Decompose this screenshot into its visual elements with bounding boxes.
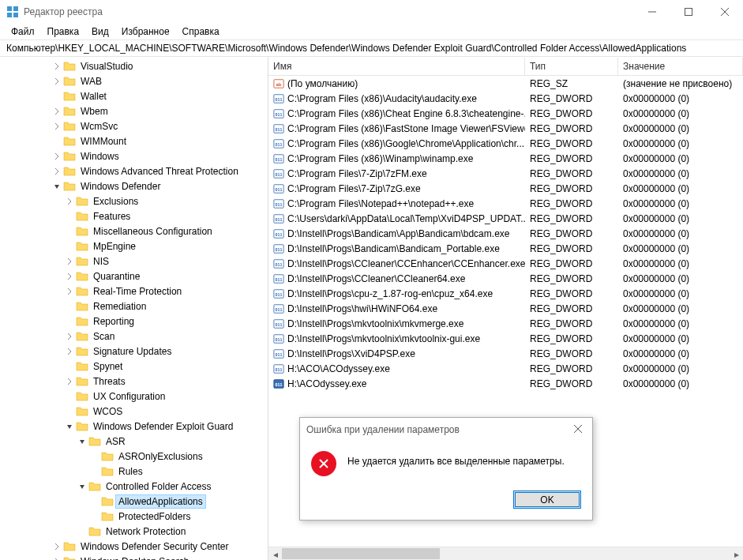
- tree-item[interactable]: VisualStudio: [0, 58, 268, 73]
- expand-icon[interactable]: [63, 273, 76, 280]
- expand-icon[interactable]: [63, 348, 76, 355]
- list-row[interactable]: ab(По умолчанию)REG_SZ(значение не присв…: [268, 76, 743, 91]
- menu-edit[interactable]: Правка: [41, 24, 86, 39]
- tree-item[interactable]: Windows: [0, 148, 268, 163]
- tree-item-label: WIMMount: [78, 135, 129, 148]
- scroll-right-arrow-icon[interactable]: ▸: [730, 547, 743, 560]
- column-type[interactable]: Тип: [525, 58, 618, 75]
- minimize-button[interactable]: [634, 0, 670, 24]
- tree-item[interactable]: WIMMount: [0, 133, 268, 148]
- tree-item[interactable]: Remediation: [0, 299, 268, 314]
- expand-icon[interactable]: [63, 378, 76, 385]
- collapse-icon[interactable]: [63, 423, 76, 430]
- tree-item[interactable]: Windows Desktop Search: [0, 554, 268, 560]
- list-row[interactable]: 011D:\Instell\Progs\CCleaner\CCEnhancer\…: [268, 256, 743, 271]
- scroll-left-arrow-icon[interactable]: ◂: [268, 547, 282, 560]
- horizontal-scrollbar[interactable]: ◂ ▸: [268, 547, 743, 560]
- expand-icon[interactable]: [51, 63, 63, 70]
- expand-icon[interactable]: [51, 123, 63, 130]
- list-row[interactable]: 011C:\Program Files\7-Zip\7zG.exeREG_DWO…: [268, 181, 743, 196]
- list-row[interactable]: 011C:\Program Files (x86)\Winamp\winamp.…: [268, 151, 743, 166]
- expand-icon[interactable]: [51, 168, 63, 175]
- tree-item[interactable]: ASR: [0, 434, 268, 449]
- list-row[interactable]: 011C:\Users\darki\AppData\Local\Temp\Xvi…: [268, 211, 743, 226]
- column-value[interactable]: Значение: [618, 58, 743, 75]
- tree-item[interactable]: ProtectedFolders: [0, 509, 268, 524]
- tree-item[interactable]: UX Configuration: [0, 389, 268, 404]
- tree-item[interactable]: Windows Defender Security Center: [0, 539, 268, 554]
- list-row[interactable]: 011C:\Program Files (x86)\FastStone Imag…: [268, 121, 743, 136]
- expand-icon[interactable]: [51, 153, 63, 160]
- tree-item[interactable]: Exclusions: [0, 194, 268, 209]
- svg-text:011: 011: [276, 336, 283, 341]
- tree-item[interactable]: AllowedApplications: [0, 494, 268, 509]
- tree-item-label: Wallet: [78, 90, 109, 103]
- tree-pane[interactable]: VisualStudioWABWalletWbemWcmSvcWIMMountW…: [0, 57, 268, 560]
- list-row[interactable]: 011C:\Program Files\Notepad++\notepad++.…: [268, 196, 743, 211]
- expand-icon[interactable]: [63, 198, 76, 205]
- folder-icon: [76, 345, 88, 358]
- list-row[interactable]: 011D:\Instell\Progs\mkvtoolnix\mkvtoolni…: [268, 331, 743, 346]
- tree-item[interactable]: Threats: [0, 374, 268, 389]
- list-row[interactable]: 011H:\ACOdyssey.exeREG_DWORD0x00000000 (…: [268, 376, 743, 391]
- menu-help[interactable]: Справка: [176, 24, 226, 39]
- tree-item[interactable]: Features: [0, 209, 268, 224]
- list-row[interactable]: 011C:\Program Files (x86)\Cheat Engine 6…: [268, 106, 743, 121]
- tree-item[interactable]: Network Protection: [0, 524, 268, 539]
- tree-item[interactable]: ASROnlyExclusions: [0, 449, 268, 464]
- reg-dword-icon: 011: [273, 288, 284, 299]
- tree-item[interactable]: Windows Defender: [0, 179, 268, 194]
- collapse-icon[interactable]: [76, 438, 88, 445]
- tree-item[interactable]: Rules: [0, 464, 268, 479]
- tree-item[interactable]: Windows Defender Exploit Guard: [0, 419, 268, 434]
- tree-item[interactable]: Controlled Folder Access: [0, 479, 268, 494]
- list-row[interactable]: 011D:\Instell\Progs\Bandicam\Bandicam_Po…: [268, 241, 743, 256]
- tree-item[interactable]: Quarantine: [0, 269, 268, 284]
- menu-favorites[interactable]: Избранное: [115, 24, 176, 39]
- tree-item[interactable]: Reporting: [0, 314, 268, 329]
- list-row[interactable]: 011C:\Program Files (x86)\Audacity\audac…: [268, 91, 743, 106]
- collapse-icon[interactable]: [76, 483, 88, 490]
- reg-sz-icon: ab: [273, 78, 284, 89]
- tree-item[interactable]: Miscellaneous Configuration: [0, 224, 268, 239]
- list-row[interactable]: 011D:\Instell\Progs\mkvtoolnix\mkvmerge.…: [268, 316, 743, 331]
- tree-item[interactable]: MpEngine: [0, 239, 268, 254]
- expand-icon[interactable]: [63, 258, 76, 265]
- list-row[interactable]: 011D:\Instell\Progs\hwi\HWiNFO64.exeREG_…: [268, 301, 743, 316]
- tree-item[interactable]: Scan: [0, 329, 268, 344]
- tree-item[interactable]: Signature Updates: [0, 344, 268, 359]
- tree-item[interactable]: Spynet: [0, 359, 268, 374]
- dialog-ok-button[interactable]: OK: [513, 490, 581, 509]
- column-name[interactable]: Имя: [268, 58, 525, 75]
- menu-view[interactable]: Вид: [85, 24, 115, 39]
- expand-icon[interactable]: [51, 108, 63, 115]
- list-row[interactable]: 011D:\Instell\Progs\Bandicam\App\Bandica…: [268, 226, 743, 241]
- tree-item[interactable]: NIS: [0, 254, 268, 269]
- list-row[interactable]: 011H:\ACO\ACOdyssey.exeREG_DWORD0x000000…: [268, 361, 743, 376]
- tree-item[interactable]: WAB: [0, 73, 268, 88]
- menu-file[interactable]: Файл: [5, 24, 41, 39]
- svg-text:011: 011: [276, 246, 283, 251]
- tree-item[interactable]: Wallet: [0, 88, 268, 103]
- expand-icon[interactable]: [63, 333, 76, 340]
- collapse-icon[interactable]: [51, 183, 63, 190]
- expand-icon[interactable]: [51, 543, 63, 550]
- scroll-thumb[interactable]: [282, 548, 440, 559]
- close-button[interactable]: [707, 0, 743, 24]
- list-row[interactable]: 011D:\Instell\Progs\XviD4PSP.exeREG_DWOR…: [268, 346, 743, 361]
- tree-item[interactable]: Windows Advanced Threat Protection: [0, 163, 268, 179]
- maximize-button[interactable]: [670, 0, 707, 24]
- tree-item[interactable]: WcmSvc: [0, 118, 268, 133]
- expand-icon[interactable]: [51, 78, 63, 85]
- list-row[interactable]: 011C:\Program Files\7-Zip\7zFM.exeREG_DW…: [268, 166, 743, 181]
- list-row[interactable]: 011D:\Instell\Progs\cpu-z_1.87-rog-en\cp…: [268, 286, 743, 301]
- list-row[interactable]: 011C:\Program Files (x86)\Google\Chrome\…: [268, 136, 743, 151]
- dialog-close-button[interactable]: [570, 424, 586, 435]
- value-name: (По умолчанию): [287, 78, 358, 89]
- list-row[interactable]: 011D:\Instell\Progs\CCleaner\CCleaner64.…: [268, 271, 743, 286]
- tree-item[interactable]: Real-Time Protection: [0, 284, 268, 299]
- expand-icon[interactable]: [63, 288, 76, 295]
- address-bar[interactable]: Компьютер\HKEY_LOCAL_MACHINE\SOFTWARE\Mi…: [0, 39, 743, 57]
- tree-item[interactable]: Wbem: [0, 103, 268, 118]
- tree-item[interactable]: WCOS: [0, 404, 268, 419]
